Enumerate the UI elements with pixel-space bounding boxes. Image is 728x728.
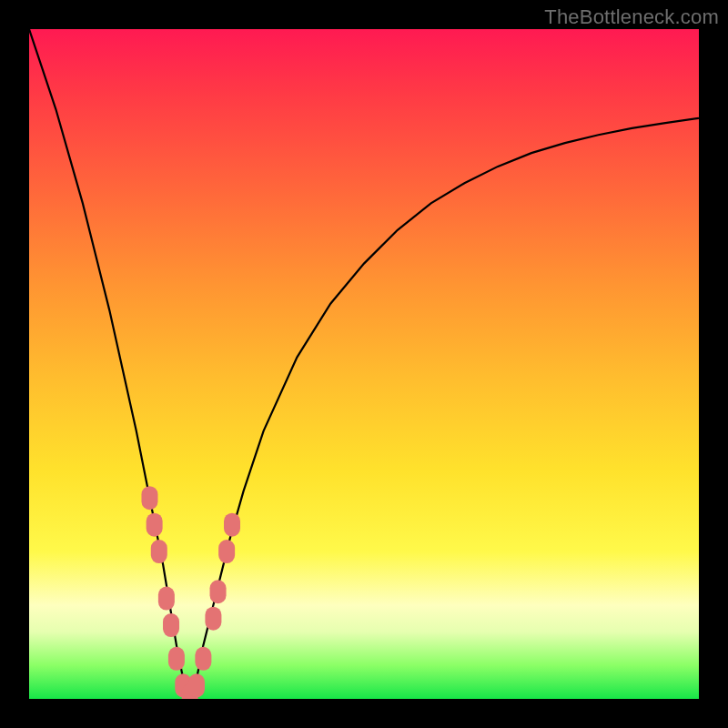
curve-marker bbox=[210, 580, 227, 603]
watermark-text: TheBottleneck.com bbox=[544, 5, 719, 29]
plot-area bbox=[29, 29, 699, 699]
curve-marker bbox=[188, 673, 205, 697]
curve-marker bbox=[168, 647, 185, 671]
curve-marker bbox=[163, 613, 179, 637]
bottleneck-curve-line bbox=[29, 29, 699, 699]
curve-marker bbox=[224, 513, 240, 537]
curve-marker bbox=[151, 540, 167, 563]
chart-frame: TheBottleneck.com bbox=[0, 0, 728, 728]
curve-marker bbox=[195, 647, 211, 671]
curve-markers bbox=[141, 486, 240, 699]
curve-marker bbox=[158, 587, 175, 611]
curve-marker bbox=[147, 513, 163, 537]
curve-svg bbox=[29, 29, 699, 699]
curve-marker bbox=[141, 486, 157, 510]
curve-marker bbox=[218, 540, 235, 563]
curve-marker bbox=[205, 607, 221, 631]
